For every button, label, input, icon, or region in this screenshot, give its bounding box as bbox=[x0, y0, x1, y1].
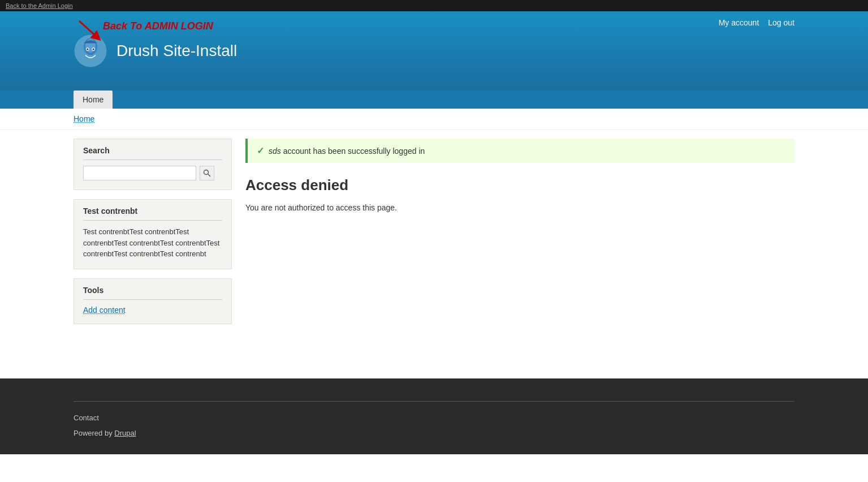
footer-contact-link[interactable]: Contact bbox=[74, 414, 99, 422]
status-username: sds bbox=[269, 147, 281, 156]
powered-by-text: Powered by bbox=[74, 429, 114, 437]
svg-line-1 bbox=[79, 21, 97, 37]
logout-link[interactable]: Log out bbox=[768, 18, 794, 27]
footer-powered-by: Powered by Drupal bbox=[74, 429, 794, 437]
svg-line-10 bbox=[208, 174, 211, 177]
search-block-title: Search bbox=[83, 146, 222, 160]
back-to-admin-link-header[interactable]: Back To ADMIN LOGIN bbox=[103, 20, 213, 32]
status-message: ✓ sds account has been successfully logg… bbox=[245, 139, 794, 163]
contrenbt-block: Test contrenbt Test contrenbtTest contre… bbox=[74, 199, 232, 269]
nav-bar: Home bbox=[0, 91, 868, 109]
search-input[interactable] bbox=[83, 166, 196, 180]
back-to-admin-header: Back To ADMIN LOGIN bbox=[74, 18, 213, 41]
arrow-icon bbox=[74, 18, 102, 41]
status-text: sds account has been successfully logged… bbox=[269, 147, 425, 156]
breadcrumb-area: Home bbox=[0, 109, 868, 130]
access-denied-title: Access denied bbox=[245, 177, 794, 194]
access-denied-message: You are not authorized to access this pa… bbox=[245, 203, 794, 212]
contrenbt-content: Test contrenbtTest contrenbtTest contren… bbox=[83, 226, 222, 260]
add-content-link[interactable]: Add content bbox=[83, 305, 126, 315]
nav-home-item[interactable]: Home bbox=[74, 91, 113, 109]
drupal-link[interactable]: Drupal bbox=[114, 429, 136, 437]
search-block: Search bbox=[74, 139, 232, 190]
svg-point-9 bbox=[204, 170, 209, 175]
contrenbt-block-title: Test contrenbt bbox=[83, 206, 222, 221]
site-title: Drush Site-Install bbox=[116, 42, 237, 60]
top-bar: Back to the Admin Login bbox=[0, 0, 868, 11]
search-icon bbox=[203, 169, 211, 177]
search-button[interactable] bbox=[200, 166, 214, 180]
search-form bbox=[83, 166, 222, 180]
header: Back To ADMIN LOGIN My account Log out D… bbox=[0, 11, 868, 91]
svg-point-7 bbox=[87, 49, 88, 50]
footer-links: Contact bbox=[74, 413, 794, 422]
main-layout: Search Test contrenbt Test contrenbtTest… bbox=[0, 130, 868, 356]
status-check-icon: ✓ bbox=[257, 145, 264, 156]
my-account-link[interactable]: My account bbox=[719, 18, 759, 27]
breadcrumb-home[interactable]: Home bbox=[74, 114, 94, 123]
status-suffix: account has been successfully logged in bbox=[283, 147, 425, 156]
header-user-links: My account Log out bbox=[719, 18, 794, 27]
svg-point-8 bbox=[93, 49, 94, 50]
tools-block-title: Tools bbox=[83, 286, 222, 300]
footer-divider bbox=[74, 401, 794, 402]
tools-block: Tools Add content bbox=[74, 278, 232, 324]
main-content: ✓ sds account has been successfully logg… bbox=[245, 139, 794, 347]
back-to-admin-link-top[interactable]: Back to the Admin Login bbox=[6, 2, 73, 9]
footer: Contact Powered by Drupal bbox=[0, 378, 868, 454]
sidebar: Search Test contrenbt Test contrenbtTest… bbox=[74, 139, 232, 347]
